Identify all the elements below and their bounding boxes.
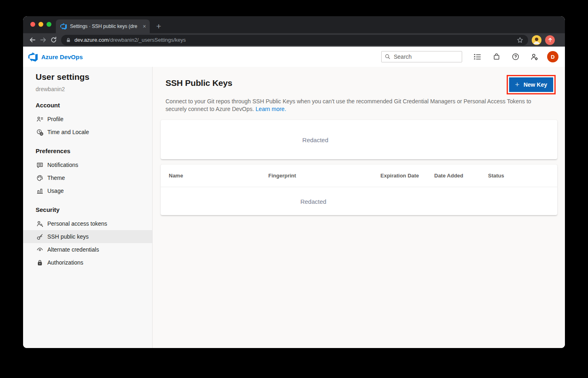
new-key-button-label: New Key bbox=[524, 81, 547, 88]
sidebar-item-label: Profile bbox=[47, 116, 64, 122]
access-token-icon bbox=[36, 220, 43, 227]
table-row: Redacted bbox=[161, 187, 557, 215]
keys-redacted-panel: Redacted bbox=[161, 120, 557, 159]
sidebar-item-label: Notifications bbox=[47, 162, 78, 168]
sidebar-item-label: Personal access tokens bbox=[47, 220, 107, 227]
page-title: SSH Public Keys bbox=[166, 78, 232, 88]
sidebar-item-notifications[interactable]: Notifications bbox=[23, 158, 152, 171]
sidebar-item-time-and-locale[interactable]: Time and Locale bbox=[23, 126, 152, 139]
address-bar[interactable]: dev.azure.com/drewbanin2/_usersSettings/… bbox=[61, 35, 528, 45]
sidebar-item-label: Theme bbox=[47, 175, 65, 181]
user-settings-gear-icon[interactable] bbox=[525, 47, 544, 67]
redacted-text: Redacted bbox=[302, 136, 328, 143]
keys-table: Name Fingerprint Expiration Date Date Ad… bbox=[161, 164, 557, 215]
theme-palette-icon bbox=[36, 175, 43, 182]
tab-title: Settings · SSH public keys (dre bbox=[70, 23, 140, 29]
marketplace-bag-icon[interactable] bbox=[487, 47, 506, 67]
column-header-name: Name bbox=[169, 173, 268, 179]
sidebar-item-alternate-credentials[interactable]: Alternate credentials bbox=[23, 243, 152, 256]
account-avatar[interactable]: D bbox=[547, 51, 558, 62]
azure-devops-header: Azure DevOps D bbox=[23, 47, 565, 67]
ssh-keys-page: SSH Public Keys + New Key Connect to you… bbox=[153, 67, 565, 348]
sidebar-item-profile[interactable]: Profile bbox=[23, 113, 152, 126]
column-header-fingerprint: Fingerprint bbox=[268, 173, 380, 179]
azure-devops-favicon bbox=[60, 23, 67, 30]
azure-devops-logo-icon bbox=[28, 52, 38, 62]
search-icon bbox=[385, 54, 391, 60]
sidebar-title: User settings bbox=[36, 72, 152, 82]
help-icon[interactable] bbox=[506, 47, 525, 67]
page-description: Connect to your Git repos through SSH Pu… bbox=[166, 98, 551, 113]
description-text: Connect to your Git repos through SSH Pu… bbox=[166, 98, 531, 112]
azure-devops-home-link[interactable]: Azure DevOps bbox=[28, 52, 83, 62]
search-input[interactable] bbox=[394, 53, 459, 60]
ssh-key-icon bbox=[36, 233, 43, 240]
sidebar-item-personal-access-tokens[interactable]: Personal access tokens bbox=[23, 217, 152, 230]
new-key-button[interactable]: + New Key bbox=[509, 77, 553, 92]
usage-chart-icon bbox=[36, 188, 43, 194]
sidebar-item-theme[interactable]: Theme bbox=[23, 171, 152, 184]
close-window-button[interactable] bbox=[30, 22, 35, 27]
url-domain: dev.azure.com bbox=[74, 37, 108, 43]
zoom-window-button[interactable] bbox=[47, 22, 51, 27]
redacted-text: Redacted bbox=[300, 198, 326, 205]
notifications-icon bbox=[36, 162, 43, 169]
learn-more-link[interactable]: Learn more. bbox=[256, 106, 286, 112]
sidebar-item-ssh-public-keys[interactable]: SSH public keys bbox=[23, 230, 152, 243]
profile-icon bbox=[36, 116, 43, 123]
browser-tab-active[interactable]: Settings · SSH public keys (dre × bbox=[56, 19, 150, 33]
browser-window: Settings · SSH public keys (dre × + dev.… bbox=[23, 16, 565, 348]
sidebar-item-label: SSH public keys bbox=[47, 233, 89, 240]
sidebar-username: drewbanin2 bbox=[36, 85, 152, 93]
new-tab-button[interactable]: + bbox=[156, 22, 161, 30]
column-header-date-added: Date Added bbox=[434, 173, 488, 179]
browser-update-icon[interactable] bbox=[545, 35, 555, 45]
macos-traffic-lights bbox=[30, 22, 51, 27]
sidebar-section-account: Account bbox=[36, 101, 152, 109]
minimize-window-button[interactable] bbox=[38, 22, 43, 27]
time-locale-icon bbox=[36, 129, 43, 136]
search-box[interactable] bbox=[381, 51, 462, 62]
sidebar-item-usage[interactable]: Usage bbox=[23, 184, 152, 197]
url-path: /drewbanin2/_usersSettings/keys bbox=[108, 37, 186, 43]
plus-icon: + bbox=[515, 81, 520, 88]
forward-icon[interactable] bbox=[38, 35, 48, 45]
sidebar-section-security: Security bbox=[36, 206, 152, 214]
browser-toolbar: dev.azure.com/drewbanin2/_usersSettings/… bbox=[23, 33, 565, 47]
lock-icon bbox=[36, 259, 43, 266]
column-header-expiration-date: Expiration Date bbox=[380, 173, 434, 179]
annotation-highlight-box: + New Key bbox=[507, 75, 556, 94]
table-header-row: Name Fingerprint Expiration Date Date Ad… bbox=[161, 164, 557, 187]
browser-tab-strip: Settings · SSH public keys (dre × + bbox=[23, 16, 565, 33]
back-icon[interactable] bbox=[27, 35, 38, 45]
tab-close-icon[interactable]: × bbox=[143, 23, 146, 29]
browser-profile-avatar[interactable] bbox=[532, 35, 541, 45]
bookmark-star-icon[interactable] bbox=[517, 37, 523, 43]
brand-name: Azure DevOps bbox=[41, 53, 83, 60]
column-header-status: Status bbox=[488, 173, 557, 179]
sidebar-item-authorizations[interactable]: Authorizations bbox=[23, 256, 152, 269]
sidebar-item-label: Usage bbox=[47, 188, 64, 194]
sidebar-item-label: Authorizations bbox=[47, 259, 83, 266]
sidebar-item-label: Alternate credentials bbox=[47, 246, 99, 253]
sidebar-section-preferences: Preferences bbox=[36, 147, 152, 155]
sidebar-item-label: Time and Locale bbox=[47, 129, 89, 135]
eye-icon bbox=[36, 246, 43, 253]
https-lock-icon bbox=[66, 38, 71, 43]
reload-icon[interactable] bbox=[48, 35, 59, 45]
settings-sidebar: User settings drewbanin2 Account Profile… bbox=[23, 67, 153, 348]
task-list-icon[interactable] bbox=[468, 47, 487, 67]
